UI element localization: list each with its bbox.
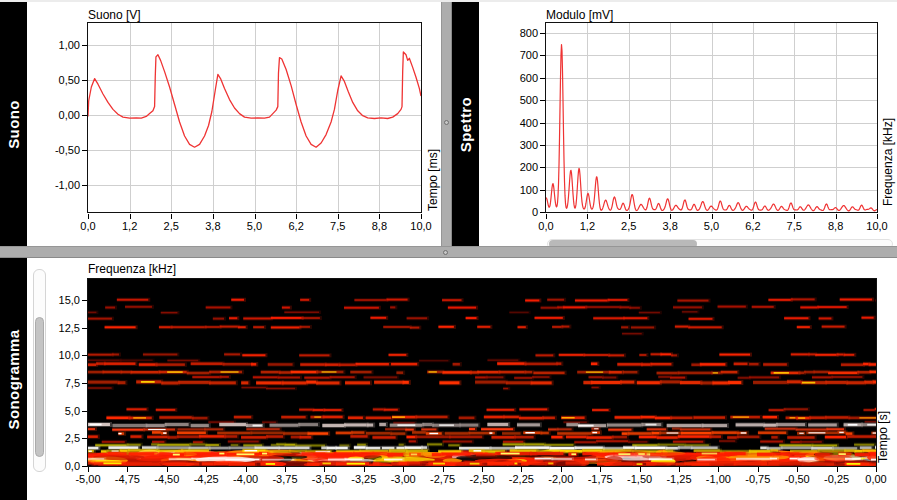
tick-mark: [82, 466, 87, 467]
tick-label: 5,0: [690, 220, 734, 233]
tick-label: 700: [494, 49, 538, 62]
spettro-pane-label: Spettro: [457, 96, 474, 151]
tick-label: -4,75: [105, 473, 149, 486]
tick-label: 1,2: [565, 220, 609, 233]
tick-mark: [540, 190, 545, 191]
tick-label: 0: [494, 206, 538, 219]
tick-mark: [540, 78, 545, 79]
tick-label: 5,0: [233, 220, 277, 233]
tick-label: -3,50: [302, 473, 346, 486]
tick-label: 6,2: [274, 220, 318, 233]
tick-label: 7,5: [316, 220, 360, 233]
tick-mark: [82, 185, 87, 186]
horizontal-splitter-grip[interactable]: [443, 250, 448, 255]
tick-mark: [421, 214, 422, 219]
tick-label: 600: [494, 72, 538, 85]
tick-label: -3,00: [381, 473, 425, 486]
suono-plot-canvas: [87, 22, 422, 213]
tick-mark: [794, 214, 795, 219]
tick-label: 1,2: [108, 220, 152, 233]
tick-mark: [246, 467, 247, 472]
tick-mark: [629, 214, 630, 219]
tick-mark: [82, 150, 87, 151]
tick-mark: [82, 300, 87, 301]
tick-label: -1,00: [696, 473, 740, 486]
spettro-chart-title: Modulo [mV]: [546, 8, 613, 22]
tick-label: -3,75: [263, 473, 307, 486]
sonogramma-pane-label: Sonogramma: [5, 329, 22, 429]
tick-label: 0,0: [36, 460, 80, 473]
tick-mark: [82, 45, 87, 46]
tick-mark: [670, 214, 671, 219]
tick-label: 3,8: [648, 220, 692, 233]
tick-label: -1,25: [657, 473, 701, 486]
tick-mark: [600, 467, 601, 472]
tick-mark: [324, 467, 325, 472]
sonogramma-plot-canvas: [87, 278, 877, 467]
tick-label: 400: [494, 117, 538, 130]
tick-label: -2,75: [421, 473, 465, 486]
tick-mark: [206, 467, 207, 472]
tick-label: 8,8: [357, 220, 401, 233]
tick-mark: [679, 467, 680, 472]
tick-mark: [561, 467, 562, 472]
tick-mark: [379, 214, 380, 219]
tick-mark: [213, 214, 214, 219]
tick-label: -1,50: [618, 473, 662, 486]
tick-label: 10,0: [399, 220, 443, 233]
tick-mark: [171, 214, 172, 219]
tick-label: 300: [494, 139, 538, 152]
tick-label: 6,2: [731, 220, 775, 233]
tick-mark: [167, 467, 168, 472]
tick-label: 800: [494, 27, 538, 40]
pane-suono: Suono Suono [V] Tempo [ms] 0,01,22,53,85…: [0, 2, 441, 246]
app-window: Suono Suono [V] Tempo [ms] 0,01,22,53,85…: [0, 0, 897, 500]
tick-mark: [443, 467, 444, 472]
sonogramma-chart-title: Frequenza [kHz]: [88, 262, 176, 276]
tick-mark: [364, 467, 365, 472]
tick-label: 2,5: [607, 220, 651, 233]
tick-mark: [82, 328, 87, 329]
tick-label: 12,5: [36, 322, 80, 335]
tick-label: 5,0: [36, 405, 80, 418]
tick-label: 200: [494, 161, 538, 174]
vertical-splitter[interactable]: [441, 2, 452, 246]
tick-label: 7,5: [772, 220, 816, 233]
tick-mark: [82, 383, 87, 384]
tick-label: -5,00: [66, 473, 110, 486]
tick-mark: [836, 214, 837, 219]
tick-label: -2,25: [499, 473, 543, 486]
tick-label: -0,50: [36, 144, 80, 157]
tick-mark: [130, 214, 131, 219]
tick-label: 2,5: [149, 220, 193, 233]
tick-mark: [82, 80, 87, 81]
vertical-splitter-grip[interactable]: [444, 120, 449, 125]
tick-mark: [753, 214, 754, 219]
suono-pane-label: Suono: [5, 100, 22, 149]
tick-label: 10,0: [36, 349, 80, 362]
tick-label: 1,00: [36, 39, 80, 52]
tick-label: -4,00: [224, 473, 268, 486]
tick-mark: [797, 467, 798, 472]
tick-label: -2,50: [460, 473, 504, 486]
tick-mark: [540, 145, 545, 146]
tick-label: 0,0: [524, 220, 568, 233]
tick-label: 8,8: [814, 220, 858, 233]
tick-label: 15,0: [36, 294, 80, 307]
tick-label: -4,25: [184, 473, 228, 486]
tick-label: -0,25: [815, 473, 859, 486]
pane-sonogramma: Sonogramma Frequenza [kHz] Tempo [s] -5,…: [0, 258, 897, 500]
sonogramma-sideband: Sonogramma: [0, 258, 27, 500]
tick-mark: [540, 55, 545, 56]
tick-label: 0,00: [36, 109, 80, 122]
tick-label: 0,0: [66, 220, 110, 233]
tick-label: 500: [494, 94, 538, 107]
pane-spettro: Spettro Modulo [mV] Frequenza [kHz] 0,01…: [452, 2, 897, 246]
tick-mark: [82, 355, 87, 356]
horizontal-splitter[interactable]: [0, 246, 897, 258]
tick-label: 7,5: [36, 377, 80, 390]
tick-mark: [540, 33, 545, 34]
tick-label: 0,00: [854, 473, 897, 486]
tick-label: -0,75: [736, 473, 780, 486]
tick-label: -4,50: [145, 473, 189, 486]
